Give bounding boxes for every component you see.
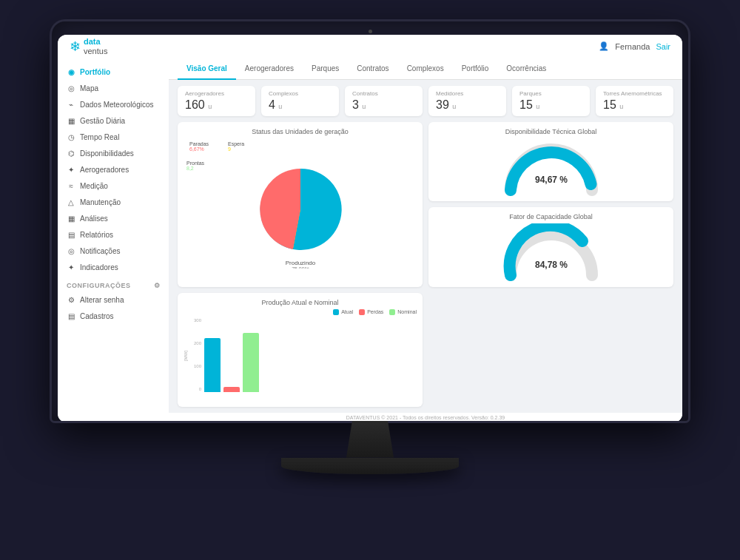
stat-torres: Torres Anemométricas 15 u <box>596 86 673 116</box>
stat-value-aerogeradores: 160 u <box>185 98 248 112</box>
legend-nominal: Nominal <box>389 309 417 315</box>
relatorios-icon: ▤ <box>67 231 75 240</box>
portfolio-icon: ◉ <box>67 68 75 77</box>
sidebar: ◉ Portfólio ◎ Mapa ⌁ Dados Meteorológico… <box>58 58 169 421</box>
logo-area: ❄ data ventus <box>70 37 107 55</box>
dados-met-icon: ⌁ <box>67 101 75 109</box>
bar-perdas <box>223 387 240 392</box>
sidebar-label-medicao: Medição <box>80 182 108 190</box>
screen-dots <box>58 27 682 35</box>
stat-label-complexos: Complexos <box>269 90 332 97</box>
stat-value-contratos: 3 u <box>352 98 415 112</box>
sidebar-item-portfolio[interactable]: ◉ Portfólio <box>58 64 169 81</box>
gauge-capacity-svg: 84,78 % <box>500 223 603 283</box>
user-area: 👤 Fernanda Sair <box>599 41 670 51</box>
sidebar-item-indicadores[interactable]: ✦ Indicadores <box>58 260 169 276</box>
pie-label-paradas: Paradas6,67% <box>189 141 209 152</box>
stat-medidores: Medidores 39 u <box>428 86 506 116</box>
manutencao-icon: △ <box>67 198 75 207</box>
sidebar-item-notificacoes[interactable]: ◎ Notificações <box>58 243 169 260</box>
indicadores-icon: ✦ <box>67 263 75 272</box>
top-bar: ❄ data ventus 👤 Fernanda Sair <box>58 35 682 58</box>
sidebar-label-dados-met: Dados Meteorológicos <box>80 101 154 109</box>
sidebar-item-aerogeradores[interactable]: ✦ Aerogeradores <box>58 162 169 178</box>
tab-ocorrencias[interactable]: Ocorrências <box>497 58 555 80</box>
tab-contratos[interactable]: Contratos <box>348 58 397 80</box>
stat-parques: Parques 15 u <box>512 86 590 116</box>
logo-icon: ❄ <box>70 38 81 55</box>
footer-text: DATAVENTUS © 2021 - Todos os direitos re… <box>346 415 505 420</box>
sidebar-item-alterar-senha[interactable]: ⚙ Alterar senha <box>58 292 169 308</box>
svg-text:Produzindo: Produzindo <box>285 260 315 266</box>
sidebar-item-dados-met[interactable]: ⌁ Dados Meteorológicos <box>58 97 169 113</box>
notificacoes-icon: ◎ <box>67 247 75 256</box>
sidebar-label-portfolio: Portfólio <box>80 68 110 76</box>
bar-nominal <box>243 333 259 392</box>
gauge-capacity-card: Fator de Capacidade Global 84,78 % <box>428 207 673 287</box>
stat-value-complexos: 4 u <box>269 98 332 112</box>
analises-icon: ▦ <box>67 215 75 223</box>
pie-chart-card: Status das Unidades de geração Paradas6,… <box>178 122 423 287</box>
svg-text:75,99%: 75,99% <box>292 266 309 269</box>
svg-text:94,67 %: 94,67 % <box>534 175 567 185</box>
legend-atual: Atual <box>333 309 353 315</box>
y-label: [MW] <box>184 351 188 361</box>
aerogeradores-icon: ✦ <box>67 166 75 175</box>
sidebar-item-gestao[interactable]: ▦ Gestão Diária <box>58 113 169 129</box>
sidebar-item-mapa[interactable]: ◎ Mapa <box>58 81 169 97</box>
bar-chart-title: Produção Atual e Nominal <box>184 299 417 306</box>
tab-complexos[interactable]: Complexos <box>398 58 453 80</box>
main-layout: ◉ Portfólio ◎ Mapa ⌁ Dados Meteorológico… <box>58 58 682 421</box>
tab-portfolio[interactable]: Portfólio <box>453 58 498 80</box>
gauge-global-card: Disponibilidade Técnica Global 94,67 % <box>428 122 673 202</box>
sidebar-label-indicadores: Indicadores <box>80 263 118 271</box>
logo-text: data ventus <box>84 37 107 55</box>
sidebar-label-notificacoes: Notificações <box>80 247 120 255</box>
stat-label-parques: Parques <box>519 90 582 97</box>
stat-value-medidores: 39 u <box>436 98 499 112</box>
gauge-global-container: 94,67 % <box>434 138 667 198</box>
tab-parques[interactable]: Parques <box>303 58 348 80</box>
sidebar-item-analises[interactable]: ▦ Análises <box>58 211 169 227</box>
sidebar-item-tempo-real[interactable]: ◷ Tempo Real <box>58 129 169 146</box>
legend-dot-nominal <box>389 309 395 315</box>
stat-label-torres: Torres Anemométricas <box>603 90 666 97</box>
content-area: Visão Geral Aerogeradores Parques Contra… <box>169 58 682 421</box>
user-name: Fernanda <box>615 42 650 51</box>
legend-dot-atual <box>333 309 339 315</box>
stat-label-contratos: Contratos <box>352 90 415 97</box>
bar-chart-container: Atual Perdas Nominal <box>184 309 417 401</box>
sidebar-item-cadastros[interactable]: ▤ Cadastros <box>58 308 169 325</box>
stat-label-aerogeradores: Aerogeradores <box>185 90 248 97</box>
pie-chart-container: Paradas6,67% Espera9 Prontas8,2 <box>184 138 417 281</box>
sidebar-item-medicao[interactable]: ≈ Medição <box>58 178 169 195</box>
bar-atual <box>204 338 221 392</box>
config-gear-icon[interactable]: ⚙ <box>154 282 161 289</box>
content-footer: DATAVENTUS © 2021 - Todos os direitos re… <box>169 413 682 421</box>
stat-contratos: Contratos 3 u <box>345 86 423 116</box>
tab-visao-geral[interactable]: Visão Geral <box>178 58 236 80</box>
sidebar-item-manutencao[interactable]: △ Manutenção <box>58 195 169 211</box>
bar-legend: Atual Perdas Nominal <box>184 309 417 315</box>
alterar-senha-icon: ⚙ <box>67 296 75 305</box>
monitor-wrapper: ❄ data ventus 👤 Fernanda Sair ◉ <box>37 21 703 539</box>
config-section: CONFIGURAÇÕES ⚙ <box>58 276 169 292</box>
sidebar-label-analises: Análises <box>80 215 108 223</box>
tab-aerogeradores[interactable]: Aerogeradores <box>236 58 303 80</box>
sidebar-label-aerogeradores: Aerogeradores <box>80 166 129 174</box>
screen-inner: ❄ data ventus 👤 Fernanda Sair ◉ <box>58 35 682 421</box>
stat-label-medidores: Medidores <box>436 90 499 97</box>
gauge-capacity-title: Fator de Capacidade Global <box>434 213 667 220</box>
sidebar-item-relatorios[interactable]: ▤ Relatórios <box>58 227 169 243</box>
medicao-icon: ≈ <box>67 182 75 191</box>
mapa-icon: ◎ <box>67 84 75 93</box>
stat-value-parques: 15 u <box>519 98 582 112</box>
sidebar-label-disponibilidades: Disponibilidades <box>80 149 134 158</box>
bar-group <box>204 318 259 392</box>
stat-value-torres: 15 u <box>603 98 666 112</box>
sidebar-item-disponibilidades[interactable]: ⌬ Disponibilidades <box>58 146 169 162</box>
charts-area: Status das Unidades de geração Paradas6,… <box>169 122 682 413</box>
logout-link[interactable]: Sair <box>656 42 670 51</box>
stats-row: Aerogeradores 160 u Complexos 4 u <box>169 80 682 122</box>
sidebar-label-tempo-real: Tempo Real <box>80 133 119 141</box>
